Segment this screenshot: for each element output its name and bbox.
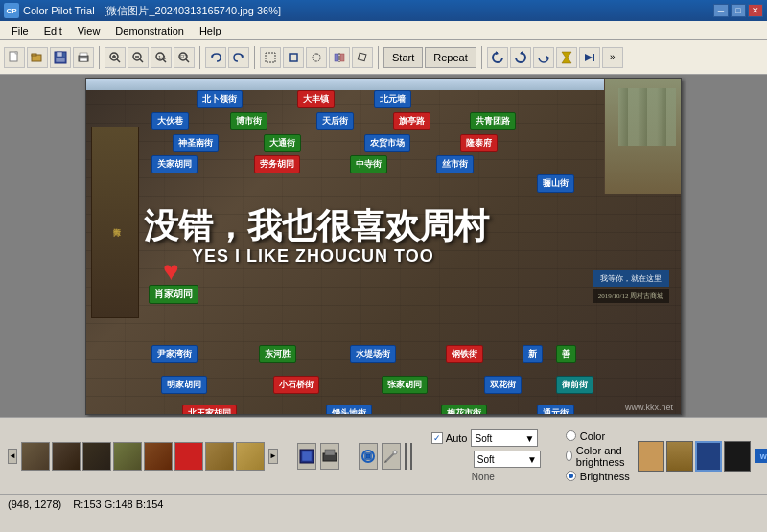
main-chinese-text: 没错，我也很喜欢周村 — [144, 203, 489, 250]
sign-21: 水堤场街 — [350, 345, 396, 363]
right-text: 我等你，就在这里 — [593, 270, 669, 287]
rgb-values: R:153 G:148 B:154 — [73, 498, 163, 510]
flip-button[interactable] — [329, 47, 350, 68]
save-button[interactable] — [50, 47, 71, 68]
hourglass-icon — [556, 47, 577, 68]
bottom-panel: ◄ ► Auto Soft — [0, 417, 767, 494]
sign-23: 新 — [523, 345, 543, 363]
menu-demonstration[interactable]: Demonstration — [107, 23, 192, 38]
redo-button[interactable] — [228, 47, 249, 68]
sign-13: 关家胡同 — [151, 155, 198, 173]
radio-circle-color-brightness[interactable] — [566, 451, 572, 461]
strip-scroll-right[interactable]: ► — [268, 449, 278, 464]
auto-checkbox-box[interactable] — [431, 432, 443, 444]
mode-icon-2[interactable] — [320, 443, 339, 470]
radio-color[interactable]: Color — [566, 430, 630, 442]
soft-dropdown-2[interactable]: Soft ▼ — [474, 451, 541, 468]
svg-marker-32 — [520, 51, 523, 55]
auto-row: Auto Soft ▼ — [431, 429, 541, 447]
lc-box-2[interactable] — [666, 441, 693, 472]
lasso-button[interactable] — [306, 47, 327, 68]
radio-color-brightness[interactable]: Color and brightness — [566, 445, 630, 468]
sign-8: 共青团路 — [470, 112, 516, 130]
radio-color-brightness-label: Color and brightness — [576, 445, 630, 468]
menu-help[interactable]: Help — [192, 23, 229, 38]
thumb-7[interactable] — [205, 442, 234, 471]
soft-dropdown-1[interactable]: Soft ▼ — [471, 429, 538, 447]
skip-end-button[interactable] — [579, 47, 600, 68]
building-detail — [618, 88, 676, 146]
menu-edit[interactable]: Edit — [36, 23, 70, 38]
lc-box-1[interactable] — [638, 441, 664, 472]
rotate-180-button[interactable] — [533, 47, 554, 68]
minimize-button[interactable]: ─ — [713, 4, 729, 17]
more-button[interactable]: » — [602, 47, 623, 68]
sign-11: 农贸市场 — [364, 134, 410, 152]
open-button[interactable] — [27, 47, 48, 68]
rotate-ccw-button[interactable] — [487, 47, 508, 68]
english-text: YES I LIKE ZHOUCUN TOO — [192, 246, 434, 266]
thumb-5[interactable] — [144, 442, 173, 471]
select-button[interactable] — [260, 47, 281, 68]
undo-button[interactable] — [205, 47, 226, 68]
sign-19: 尹家湾街 — [151, 345, 198, 363]
start-button[interactable]: Start — [384, 47, 423, 68]
none-option: None — [431, 472, 541, 482]
toolbar-separator-2 — [199, 46, 200, 69]
mode-icon-1[interactable] — [297, 443, 316, 470]
sign-5: 博市街 — [230, 112, 267, 130]
image-frame: 方顺街 没错，我也很喜欢周村 ♥ YES I LIKE ZHOUCUN TOO … — [85, 78, 682, 415]
maximize-button[interactable]: □ — [731, 4, 746, 17]
new-button[interactable] — [4, 47, 25, 68]
svg-text:1:1: 1:1 — [158, 55, 167, 60]
radio-circle-color[interactable] — [566, 430, 576, 441]
zoom-in-button[interactable] — [105, 47, 126, 68]
radio-brightness[interactable]: Brightness — [566, 471, 630, 482]
close-button[interactable]: ✕ — [748, 4, 763, 17]
radio-circle-brightness[interactable] — [566, 471, 576, 481]
menu-file[interactable]: File — [4, 23, 36, 38]
thumb-8[interactable] — [236, 442, 265, 471]
svg-rect-28 — [340, 54, 344, 61]
sample-thumb-1[interactable] — [405, 443, 407, 470]
auto-checkbox[interactable]: Auto — [431, 432, 468, 444]
transform-button[interactable] — [352, 47, 373, 68]
right-text2: 2019/10/12 周村古商城 — [593, 289, 669, 303]
lc-box-4[interactable] — [724, 441, 751, 472]
status-bar: (948, 1278) R:153 G:148 B:154 — [0, 494, 767, 513]
svg-rect-25 — [266, 53, 275, 62]
sign-31: 馒头地街 — [326, 405, 372, 414]
svg-rect-26 — [290, 54, 297, 61]
thumb-3[interactable] — [82, 442, 111, 471]
print-button[interactable] — [73, 47, 94, 68]
title-bar: CP Color Pilot Trial - [微信图片_20240313165… — [0, 0, 767, 21]
dropper-icon[interactable] — [382, 443, 401, 470]
sign-12: 隆泰府 — [460, 134, 498, 152]
sign-28: 双花街 — [484, 376, 522, 394]
zoom-out-button[interactable] — [128, 47, 149, 68]
sign-10: 大通街 — [264, 134, 301, 152]
svg-marker-35 — [585, 54, 593, 61]
color-mode-radios: Color Color and brightness Brightness — [566, 430, 630, 482]
thumb-1[interactable] — [21, 442, 50, 471]
crop-button[interactable] — [283, 47, 304, 68]
thumb-2[interactable] — [52, 442, 81, 471]
repeat-button[interactable]: Repeat — [425, 47, 476, 68]
menu-view[interactable]: View — [70, 23, 108, 38]
image-viewer: 方顺街 没错，我也很喜欢周村 ♥ YES I LIKE ZHOUCUN TOO … — [0, 75, 767, 417]
strip-scroll-left[interactable]: ◄ — [8, 449, 17, 464]
lc-box-3[interactable] — [695, 441, 722, 472]
thumb-6[interactable] — [174, 442, 203, 471]
sample-thumb-2[interactable] — [410, 443, 412, 470]
svg-line-21 — [186, 59, 189, 62]
sign-22: 钢铁街 — [446, 345, 483, 363]
app-icon: CP — [4, 3, 19, 18]
zoom-actual-button[interactable]: FIT — [174, 47, 195, 68]
rotate-cw-button[interactable] — [510, 47, 531, 68]
color-picker-icon[interactable] — [359, 443, 378, 470]
sign-1: 北卜领街 — [197, 90, 243, 108]
zoom-fit-button[interactable]: 1:1 — [151, 47, 172, 68]
svg-line-15 — [140, 59, 143, 62]
thumb-4[interactable] — [113, 442, 142, 471]
site-logo: www.kkx.net — [755, 449, 767, 463]
